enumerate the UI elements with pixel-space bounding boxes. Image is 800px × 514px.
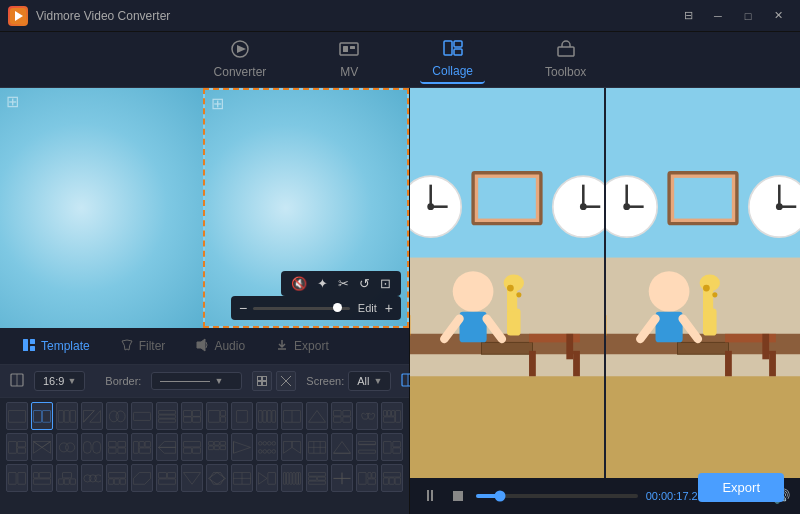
tpl-r3-8[interactable] <box>181 464 203 492</box>
undo-icon[interactable]: ↺ <box>359 276 370 291</box>
tpl-r3-1[interactable] <box>6 464 28 492</box>
tpl-r3-15[interactable] <box>356 464 378 492</box>
tpl-r3-10[interactable] <box>231 464 253 492</box>
border-select[interactable]: ▼ <box>151 372 242 390</box>
svg-rect-42 <box>183 416 191 421</box>
tpl-r2-8[interactable] <box>181 433 203 461</box>
volume-slider[interactable] <box>253 307 350 310</box>
svg-rect-58 <box>343 416 351 421</box>
tpl-r2-3[interactable] <box>56 433 78 461</box>
menu-btn[interactable]: ⊟ <box>674 6 702 26</box>
tpl-r2-5[interactable] <box>106 433 128 461</box>
tpl-hearts[interactable] <box>356 402 378 430</box>
svg-rect-4 <box>340 43 358 55</box>
progress-bar[interactable] <box>476 494 638 498</box>
ratio-icon <box>10 373 24 390</box>
svg-rect-29 <box>64 410 69 422</box>
tab-collage[interactable]: Collage <box>420 35 485 84</box>
tpl-r3-16[interactable] <box>381 464 403 492</box>
tpl-r3-9[interactable] <box>206 464 228 492</box>
grid-btn-2[interactable] <box>276 371 296 391</box>
nav-tabs: Converter MV Collage <box>0 32 800 88</box>
svg-rect-150 <box>308 472 325 476</box>
tpl-r2-7[interactable] <box>156 433 178 461</box>
tab-template[interactable]: Template <box>8 333 104 360</box>
tpl-2h-selected[interactable] <box>31 402 53 430</box>
tpl-wide[interactable] <box>131 402 153 430</box>
svg-rect-88 <box>214 441 219 445</box>
ratio-select[interactable]: 16:9 ▼ <box>34 371 85 391</box>
tpl-r2-1[interactable] <box>6 433 28 461</box>
tpl-r2-2[interactable] <box>31 433 53 461</box>
svg-point-224 <box>703 285 710 292</box>
tab-filter[interactable]: Filter <box>106 333 180 360</box>
tpl-diag[interactable] <box>81 402 103 430</box>
tpl-2x2[interactable] <box>181 402 203 430</box>
svg-rect-8 <box>454 41 462 47</box>
tab-export[interactable]: Export <box>261 333 343 360</box>
screen-select[interactable]: All ▼ <box>348 371 391 391</box>
tpl-4eq[interactable] <box>256 402 278 430</box>
svg-point-71 <box>66 442 75 451</box>
tpl-tri[interactable] <box>306 402 328 430</box>
tpl-r2-12[interactable] <box>281 433 303 461</box>
tpl-r3-4[interactable] <box>81 464 103 492</box>
tpl-r2-16[interactable] <box>381 433 403 461</box>
pause-btn[interactable]: ⏸ <box>420 488 440 504</box>
stop-btn[interactable]: ⏹ <box>448 488 468 504</box>
tpl-r2-4[interactable] <box>81 433 103 461</box>
mute-icon[interactable]: 🔇 <box>291 276 307 291</box>
tpl-r2-13[interactable] <box>306 433 328 461</box>
tpl-3h[interactable] <box>56 402 78 430</box>
tpl-r3-3[interactable] <box>56 464 78 492</box>
minimize-btn[interactable]: ─ <box>704 6 732 26</box>
volume-plus-icon[interactable]: + <box>385 300 393 316</box>
export-button[interactable]: Export <box>698 473 784 502</box>
tpl-single[interactable] <box>6 402 28 430</box>
tpl-feat2[interactable] <box>206 402 228 430</box>
svg-marker-142 <box>258 472 267 484</box>
progress-knob[interactable] <box>495 491 506 502</box>
maximize-btn[interactable]: □ <box>734 6 762 26</box>
tpl-r2-9[interactable] <box>206 433 228 461</box>
svg-rect-47 <box>237 410 248 422</box>
tpl-r3-5[interactable] <box>106 464 128 492</box>
video-pane-left[interactable]: ⊞ <box>0 88 203 328</box>
tpl-r3-6[interactable] <box>131 464 153 492</box>
copy-icon[interactable]: ⊡ <box>380 276 391 291</box>
grid-btn-1[interactable] <box>252 371 272 391</box>
tpl-r3-13[interactable] <box>306 464 328 492</box>
rotate-icon[interactable]: ✦ <box>317 276 328 291</box>
tab-converter[interactable]: Converter <box>202 36 279 83</box>
tpl-r2-11[interactable] <box>256 433 278 461</box>
scene-left <box>410 88 604 478</box>
tpl-sqcenter[interactable] <box>231 402 253 430</box>
volume-minus-icon[interactable]: − <box>239 300 247 316</box>
svg-rect-158 <box>372 472 376 477</box>
tpl-r2-6[interactable] <box>131 433 153 461</box>
tab-audio[interactable]: Audio <box>181 333 259 360</box>
tpl-3v[interactable] <box>156 402 178 430</box>
tpl-r3-11[interactable] <box>256 464 278 492</box>
tpl-5cell[interactable] <box>381 402 403 430</box>
close-btn[interactable]: ✕ <box>764 6 792 26</box>
tab-toolbox[interactable]: Toolbox <box>533 36 598 83</box>
content-area: ⊞ ⊞ 🔇 ✦ ✂ ↺ ⊡ − <box>0 88 800 514</box>
tpl-r2-15[interactable] <box>356 433 378 461</box>
svg-rect-41 <box>192 410 200 416</box>
svg-rect-194 <box>529 351 536 376</box>
tpl-r3-7[interactable] <box>156 464 178 492</box>
tpl-r3-12[interactable] <box>281 464 303 492</box>
tpl-r3-2[interactable] <box>31 464 53 492</box>
tab-mv[interactable]: MV <box>326 36 372 83</box>
tpl-mixed1[interactable] <box>281 402 303 430</box>
tpl-r2-14[interactable] <box>331 433 353 461</box>
cut-icon[interactable]: ✂ <box>338 276 349 291</box>
tpl-r3-14[interactable] <box>331 464 353 492</box>
svg-rect-64 <box>8 441 16 453</box>
mv-icon <box>338 40 360 63</box>
tpl-oval[interactable] <box>106 402 128 430</box>
tpl-r2-10[interactable] <box>231 433 253 461</box>
svg-rect-11 <box>23 339 28 351</box>
tpl-puzzle[interactable] <box>331 402 353 430</box>
